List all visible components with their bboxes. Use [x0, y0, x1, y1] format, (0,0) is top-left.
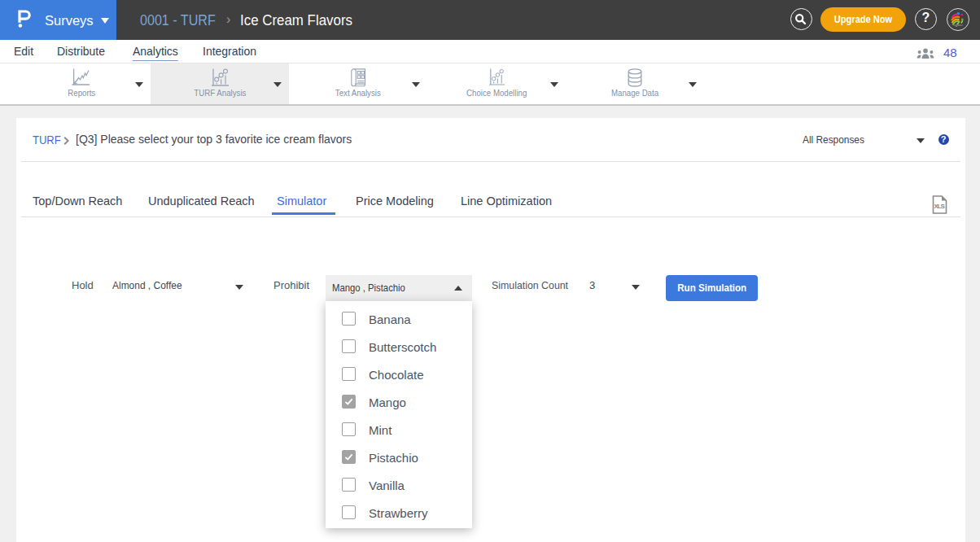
svg-text:XLS: XLS — [934, 203, 945, 210]
